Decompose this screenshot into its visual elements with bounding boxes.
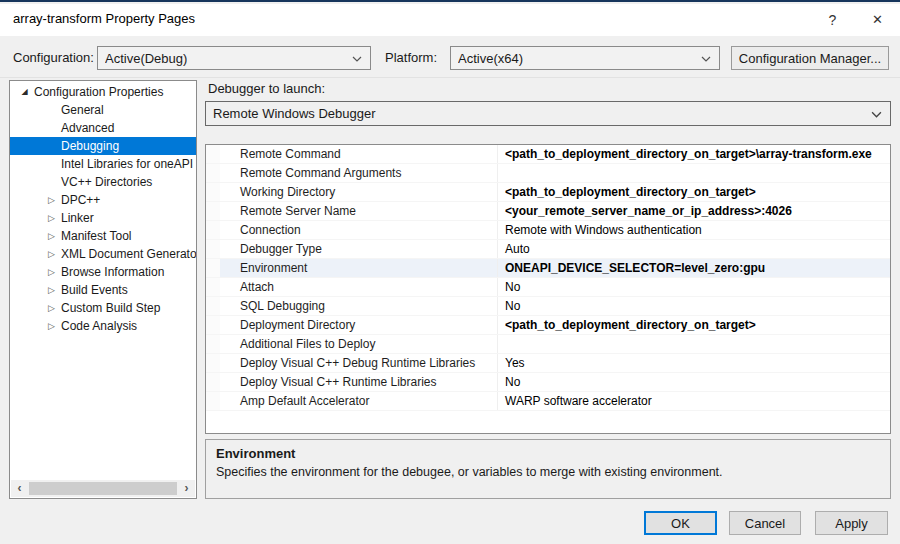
chevron-down-icon bbox=[871, 111, 882, 118]
sidebar-item-build-events[interactable]: ▷Build Events bbox=[10, 281, 196, 299]
expander-collapsed-icon[interactable]: ▷ bbox=[46, 191, 57, 209]
property-row-deploy-visual-c-runtime-libraries[interactable]: Deploy Visual C++ Runtime LibrariesNo bbox=[206, 373, 890, 392]
configuration-select[interactable]: Active(Debug) bbox=[97, 46, 371, 70]
property-value[interactable]: ONEAPI_DEVICE_SELECTOR=level_zero:gpu bbox=[497, 259, 890, 277]
titlebar: array-transform Property Pages ? ✕ bbox=[0, 4, 900, 36]
property-row-remote-command[interactable]: Remote Command<path_to_deployment_direct… bbox=[206, 145, 890, 164]
property-name: Remote Server Name bbox=[220, 204, 497, 218]
sidebar-item-custom-build-step[interactable]: ▷Custom Build Step bbox=[10, 299, 196, 317]
property-name: Connection bbox=[220, 223, 497, 237]
expander-collapsed-icon[interactable]: ▷ bbox=[46, 281, 57, 299]
sidebar-item-debugging[interactable]: Debugging bbox=[10, 137, 196, 155]
scroll-right-icon[interactable]: › bbox=[178, 480, 195, 497]
expander-collapsed-icon[interactable]: ▷ bbox=[46, 263, 57, 281]
property-value[interactable]: Auto bbox=[497, 240, 890, 258]
sidebar-item-code-analysis[interactable]: ▷Code Analysis bbox=[10, 317, 196, 335]
property-value[interactable] bbox=[497, 335, 890, 353]
sidebar-item-xml-document-generator[interactable]: ▷XML Document Generator bbox=[10, 245, 196, 263]
property-value[interactable]: No bbox=[497, 297, 890, 315]
sidebar-item-manifest-tool[interactable]: ▷Manifest Tool bbox=[10, 227, 196, 245]
window-title: array-transform Property Pages bbox=[13, 11, 195, 26]
configuration-manager-button[interactable]: Configuration Manager... bbox=[731, 46, 889, 70]
expander-collapsed-icon[interactable]: ▷ bbox=[46, 209, 57, 227]
expander-collapsed-icon[interactable]: ▷ bbox=[46, 227, 57, 245]
description-panel: Environment Specifies the environment fo… bbox=[205, 439, 891, 499]
sidebar-item-general[interactable]: General bbox=[10, 101, 196, 119]
property-row-working-directory[interactable]: Working Directory<path_to_deployment_dir… bbox=[206, 183, 890, 202]
property-value[interactable]: No bbox=[497, 373, 890, 391]
tree-item-label: Build Events bbox=[61, 283, 128, 297]
property-row-additional-files-to-deploy[interactable]: Additional Files to Deploy bbox=[206, 335, 890, 354]
property-value[interactable]: <path_to_deployment_directory_on_target>… bbox=[497, 145, 890, 163]
property-value[interactable]: <your_remote_server_name_or_ip_address>:… bbox=[497, 202, 890, 220]
row-gutter bbox=[206, 297, 220, 315]
sidebar-item-intel-libraries-for-oneapi[interactable]: Intel Libraries for oneAPI bbox=[10, 155, 196, 173]
property-value[interactable]: <path_to_deployment_directory_on_target> bbox=[497, 316, 890, 334]
sidebar-item-configuration-properties[interactable]: ◢Configuration Properties bbox=[10, 83, 196, 101]
row-gutter bbox=[206, 240, 220, 258]
debugger-select[interactable]: Remote Windows Debugger bbox=[205, 101, 891, 126]
tree-item-label: Linker bbox=[61, 211, 94, 225]
property-name: Amp Default Accelerator bbox=[220, 394, 497, 408]
configuration-value: Active(Debug) bbox=[105, 51, 187, 66]
debugger-value: Remote Windows Debugger bbox=[213, 106, 376, 121]
property-name: Working Directory bbox=[220, 185, 497, 199]
expander-expanded-icon[interactable]: ◢ bbox=[19, 83, 30, 101]
row-gutter bbox=[206, 164, 220, 182]
property-value[interactable] bbox=[497, 164, 890, 182]
expander-collapsed-icon[interactable]: ▷ bbox=[46, 317, 57, 335]
configuration-tree-panel: ◢Configuration PropertiesGeneralAdvanced… bbox=[9, 80, 197, 499]
platform-label: Platform: bbox=[385, 46, 437, 70]
scrollbar-thumb[interactable] bbox=[29, 482, 177, 495]
property-row-environment[interactable]: EnvironmentONEAPI_DEVICE_SELECTOR=level_… bbox=[206, 259, 890, 278]
chevron-down-icon bbox=[352, 56, 362, 62]
property-value[interactable]: WARP software accelerator bbox=[497, 392, 890, 410]
property-value[interactable]: Remote with Windows authentication bbox=[497, 221, 890, 239]
cancel-button[interactable]: Cancel bbox=[729, 511, 801, 535]
property-name: Deploy Visual C++ Debug Runtime Librarie… bbox=[220, 356, 497, 370]
property-row-attach[interactable]: AttachNo bbox=[206, 278, 890, 297]
property-row-debugger-type[interactable]: Debugger TypeAuto bbox=[206, 240, 890, 259]
tree-item-label: DPC++ bbox=[61, 193, 100, 207]
property-name: Additional Files to Deploy bbox=[220, 337, 497, 351]
property-row-deployment-directory[interactable]: Deployment Directory<path_to_deployment_… bbox=[206, 316, 890, 335]
apply-button[interactable]: Apply bbox=[815, 511, 888, 535]
chevron-down-icon bbox=[701, 56, 711, 62]
tree-item-label: Code Analysis bbox=[61, 319, 137, 333]
scroll-left-icon[interactable]: ‹ bbox=[11, 480, 28, 497]
expander-collapsed-icon[interactable]: ▷ bbox=[46, 245, 57, 263]
sidebar-item-vc-directories[interactable]: VC++ Directories bbox=[10, 173, 196, 191]
property-value[interactable]: Yes bbox=[497, 354, 890, 372]
tree-horizontal-scrollbar[interactable]: ‹ › bbox=[11, 480, 195, 497]
property-row-remote-server-name[interactable]: Remote Server Name<your_remote_server_na… bbox=[206, 202, 890, 221]
sidebar-item-browse-information[interactable]: ▷Browse Information bbox=[10, 263, 196, 281]
sidebar-item-dpc[interactable]: ▷DPC++ bbox=[10, 191, 196, 209]
property-pages-dialog: array-transform Property Pages ? ✕ Confi… bbox=[0, 0, 900, 544]
property-row-amp-default-accelerator[interactable]: Amp Default AcceleratorWARP software acc… bbox=[206, 392, 890, 411]
sidebar-item-linker[interactable]: ▷Linker bbox=[10, 209, 196, 227]
property-value[interactable]: <path_to_deployment_directory_on_target> bbox=[497, 183, 890, 201]
row-gutter bbox=[206, 183, 220, 201]
row-gutter bbox=[206, 202, 220, 220]
tree-item-label: Manifest Tool bbox=[61, 229, 131, 243]
property-row-deploy-visual-c-debug-runtime-libraries[interactable]: Deploy Visual C++ Debug Runtime Librarie… bbox=[206, 354, 890, 373]
sidebar-item-advanced[interactable]: Advanced bbox=[10, 119, 196, 137]
property-name: Remote Command bbox=[220, 147, 497, 161]
expander-collapsed-icon[interactable]: ▷ bbox=[46, 299, 57, 317]
row-gutter bbox=[206, 221, 220, 239]
property-row-connection[interactable]: ConnectionRemote with Windows authentica… bbox=[206, 221, 890, 240]
close-icon[interactable]: ✕ bbox=[855, 5, 900, 35]
ok-button[interactable]: OK bbox=[644, 511, 717, 535]
property-row-sql-debugging[interactable]: SQL DebuggingNo bbox=[206, 297, 890, 316]
property-name: Environment bbox=[220, 261, 497, 275]
configuration-label: Configuration: bbox=[13, 46, 94, 70]
platform-select[interactable]: Active(x64) bbox=[450, 46, 720, 70]
tree-item-label: Intel Libraries for oneAPI bbox=[61, 157, 193, 171]
toolbar-separator bbox=[0, 77, 900, 78]
help-icon[interactable]: ? bbox=[810, 5, 855, 35]
property-value[interactable]: No bbox=[497, 278, 890, 296]
titlebar-buttons: ? ✕ bbox=[810, 4, 900, 36]
property-name: Deployment Directory bbox=[220, 318, 497, 332]
property-row-remote-command-arguments[interactable]: Remote Command Arguments bbox=[206, 164, 890, 183]
row-gutter bbox=[206, 145, 220, 163]
